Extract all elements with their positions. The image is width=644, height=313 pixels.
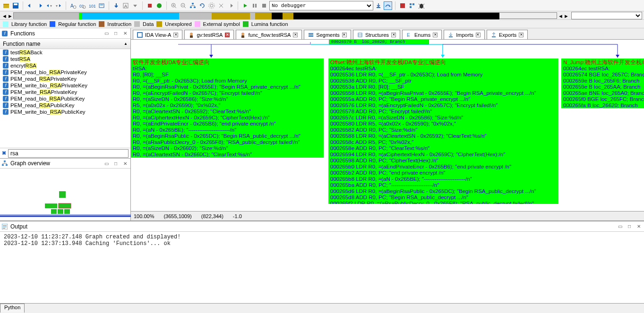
svg-point-46 [241,33,244,35]
jump-icon[interactable] [112,1,120,10]
graph-node[interactable]: Offset:赣州上海软件开发全栈IDA专业汇编逆向 000264ec test… [328,59,558,204]
step-over-icon[interactable] [384,1,392,10]
nav-range-select[interactable] [571,12,642,19]
filter-input[interactable] [8,149,129,158]
restore-icon[interactable]: ▭ [103,30,110,37]
svg-rect-54 [449,36,453,37]
graph-overview-panel[interactable] [0,169,130,220]
function-name: testRSABack [10,50,43,55]
restore-icon[interactable]: ▭ [103,160,110,167]
maximize-icon[interactable]: □ [626,223,633,230]
legend-swatch [156,21,162,27]
zoom-out-icon[interactable] [179,1,188,10]
close-icon[interactable]: ✕ [122,160,129,167]
tab-gv-testrsa[interactable]: gv:testRSA✕ [184,30,234,39]
clear-filter-icon[interactable]: ✖ [2,150,6,156]
nav-right-icon[interactable]: ► [8,13,12,18]
main-toolbar: A 01 101 A No debugger [0,0,644,11]
step-into-icon[interactable] [374,1,383,10]
close-icon[interactable]: ✕ [519,33,524,37]
stop-icon[interactable] [146,1,154,10]
run-icon[interactable] [155,1,163,10]
nav-right2-icon[interactable]: ► [564,13,568,18]
goto-addr-icon[interactable] [97,1,106,10]
function-item[interactable]: fPEM_write_bio_RSAPublicKey [0,109,130,115]
debug-pause-icon[interactable] [250,1,259,10]
goto-icon[interactable]: 101 [88,1,96,10]
graph-layout-icon[interactable] [189,1,197,10]
close-icon[interactable]: ✕ [342,33,347,37]
python-tab[interactable]: Python [0,304,25,313]
function-item[interactable]: ftestRSA [0,56,130,62]
legend-row: Library function Regular function Instru… [0,20,644,28]
debug-stop-icon[interactable] [260,1,268,10]
debug-play-icon[interactable] [241,1,249,10]
legend-swatch [195,21,200,27]
fwd-dropdown-icon[interactable] [54,1,63,10]
nav-left2-icon[interactable]: ◄ [558,13,563,18]
tab-enums[interactable]: EEnums✕ [402,30,442,39]
function-item[interactable]: fPEM_write_RSAPrivateKey [0,89,130,95]
close-icon[interactable]: ✕ [122,30,129,37]
svg-rect-25 [377,7,380,8]
function-item[interactable]: fPEM_write_bio_RSAPrivateKey [0,82,130,89]
modules-icon[interactable] [408,1,416,10]
function-item[interactable]: fencrytRSA [0,62,130,69]
output-text[interactable]: 2023-12-10 11:23:27.148 Graph created an… [0,232,644,303]
graph-node[interactable]: 软件开发全栈IDA专业汇编逆向 tRSA: R0, [R0]; __SF R0,… [131,59,324,158]
close-icon[interactable]: ✕ [391,33,396,37]
debugger-select[interactable]: No debugger [269,1,373,10]
tab-segments[interactable]: Segments✕ [304,30,351,39]
svg-point-30 [420,4,423,8]
back-dropdown-icon[interactable] [45,1,53,10]
function-icon: f [2,30,8,36]
refresh-icon[interactable] [198,1,206,10]
close-icon[interactable]: ✕ [433,33,438,37]
function-item[interactable]: ftestRSABack [0,49,130,56]
maximize-icon[interactable]: □ [112,30,119,37]
settings-icon[interactable] [207,1,216,10]
function-item[interactable]: fPEM_read_bio_RSAPrivateKey [0,69,130,76]
next-icon[interactable] [226,1,235,10]
functions-list[interactable]: ftestRSABackftestRSAfencrytRSAfPEM_read_… [0,49,130,148]
tab-label: func_flow:testRSA [248,32,291,38]
text-search-icon[interactable]: A [69,1,77,10]
save-icon[interactable] [11,1,20,10]
close-icon[interactable]: ✕ [635,223,642,230]
undo-icon[interactable] [26,1,34,10]
graph-node[interactable]: N_Jump:赣州上海软件开发全栈IDA 000264ec testRSA: 0… [561,59,644,108]
nav-left-icon[interactable]: ◄ [2,13,7,18]
close-icon[interactable]: ✕ [173,33,178,37]
function-name: PEM_read_RSAPrivateKey [10,76,77,82]
restore-icon[interactable]: ▭ [617,223,623,230]
tab-structures[interactable]: Structures✕ [353,30,400,39]
close-icon[interactable]: ✕ [293,33,298,37]
function-item[interactable]: fPEM_read_RSAPublicKey [0,102,130,109]
svg-text:101: 101 [89,4,95,8]
zoom-in-icon[interactable] [170,1,178,10]
binary-search-icon[interactable]: 01 [78,1,87,10]
breakpoints-icon[interactable] [398,1,407,10]
redo-icon[interactable] [35,1,44,10]
tab-ida-view[interactable]: IDA View-A✕ [133,30,182,39]
tab-exports[interactable]: Exports✕ [487,30,528,39]
function-item[interactable]: fPEM_read_bio_RSAPublicKey [0,95,130,102]
function-item[interactable]: fPEM_read_RSAPrivateKey [0,76,130,82]
dropdown-icon[interactable] [131,1,139,10]
graph-node[interactable]: 00026570 B loc_26020; Branch [329,40,429,44]
legend-label: Unexplored [165,21,191,27]
open-icon[interactable] [2,1,10,10]
bug-icon[interactable] [417,1,426,10]
svg-rect-32 [2,164,4,166]
tab-func-flow[interactable]: func_flow:testRSA✕ [236,30,302,39]
svg-rect-31 [4,161,6,162]
svg-rect-58 [3,225,7,226]
graph-view[interactable]: 00026570 B loc_26020; Branch 软件开发全栈IDA专业… [131,40,644,211]
unlink-icon[interactable] [217,1,225,10]
close-icon[interactable]: ✕ [476,33,481,37]
maximize-icon[interactable]: □ [112,160,119,167]
function-name-column[interactable]: Function name ▲ [0,39,130,49]
tab-imports[interactable]: Imports✕ [444,30,485,39]
text-view-icon[interactable]: A [121,1,130,10]
close-icon[interactable]: ✕ [225,33,230,37]
